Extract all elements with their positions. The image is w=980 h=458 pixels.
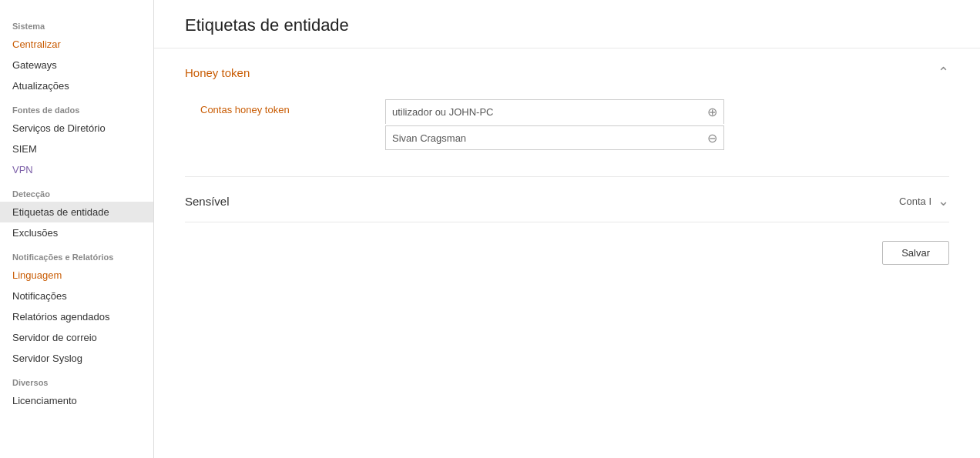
honey-token-chevron: ⌃ (938, 64, 949, 81)
save-area: Salvar (185, 222, 949, 271)
honey-token-inputs: utilizador ou JOHN-PC ⊕ Sivan Cragsman ⊖ (385, 99, 724, 152)
honey-token-input-add-row[interactable]: utilizador ou JOHN-PC ⊕ (385, 99, 724, 124)
sidebar-item-exclusoes[interactable]: Exclusões (0, 222, 153, 243)
sensivel-section: Sensível Conta I ⌄ (185, 177, 949, 222)
page-title: Etiquetas de entidade (185, 15, 949, 35)
sidebar-item-licenciamento[interactable]: Licenciamento (0, 390, 153, 411)
sidebar-section-label-diversos: Diversos (0, 369, 153, 390)
sidebar-item-relatorios-agendados[interactable]: Relatórios agendados (0, 306, 153, 327)
page-header: Etiquetas de entidade (154, 0, 980, 48)
sidebar-item-linguagem[interactable]: Linguagem (0, 265, 153, 286)
sidebar-section-label-sistema: Sistema (0, 12, 153, 34)
main-content: Etiquetas de entidade Honey token ⌃ Cont… (154, 0, 980, 458)
sidebar-item-centralizar[interactable]: Centralizar (0, 34, 153, 55)
sidebar-item-etiquetas-entidade[interactable]: Etiquetas de entidade (0, 202, 153, 222)
sidebar-item-gateways[interactable]: Gateways (0, 55, 153, 75)
honey-token-sivan-row: Sivan Cragsman ⊖ (385, 125, 724, 150)
sidebar-item-siem[interactable]: SIEM (0, 139, 153, 159)
sidebar-section-label-detecção: Detecção (0, 180, 153, 202)
save-button[interactable]: Salvar (882, 241, 949, 265)
honey-token-title: Honey token (185, 66, 250, 79)
sensivel-title: Sensível (185, 195, 230, 208)
sensivel-chevron: ⌄ (938, 192, 949, 209)
sidebar: SistemaCentralizarGatewaysAtualizaçõesFo… (0, 0, 154, 458)
honey-token-header[interactable]: Honey token ⌃ (185, 48, 949, 93)
sidebar-item-servicos-diretorio[interactable]: Serviços de Diretório (0, 118, 153, 139)
sidebar-item-vpn[interactable]: VPN (0, 159, 153, 180)
honey-token-placeholder: utilizador ou JOHN-PC (392, 106, 701, 118)
add-icon[interactable]: ⊕ (707, 105, 717, 119)
sidebar-item-servidor-syslog[interactable]: Servidor Syslog (0, 348, 153, 369)
honey-token-sivan-name: Sivan Cragsman (392, 132, 701, 144)
sensivel-right-label: Conta I (899, 196, 931, 207)
content-area: Honey token ⌃ Contas honey token utiliza… (154, 48, 980, 302)
sensivel-right: Conta I ⌄ (899, 192, 949, 209)
sidebar-item-servidor-correio[interactable]: Servidor de correio (0, 327, 153, 348)
honey-token-field-row: Contas honey token utilizador ou JOHN-PC… (185, 93, 949, 158)
sidebar-item-atualizacoes[interactable]: Atualizações (0, 75, 153, 96)
sidebar-item-notificacoes[interactable]: Notificações (0, 286, 153, 306)
remove-icon[interactable]: ⊖ (707, 131, 717, 145)
honey-token-body: Contas honey token utilizador ou JOHN-PC… (185, 93, 949, 176)
honey-token-section: Honey token ⌃ Contas honey token utiliza… (185, 48, 949, 177)
sidebar-section-label-fontes-de-dados: Fontes de dados (0, 96, 153, 118)
sidebar-section-label-notificações-e-relatórios: Notificações e Relatórios (0, 243, 153, 265)
honey-token-label: Contas honey token (185, 99, 385, 115)
sensivel-header[interactable]: Sensível Conta I ⌄ (185, 177, 949, 222)
